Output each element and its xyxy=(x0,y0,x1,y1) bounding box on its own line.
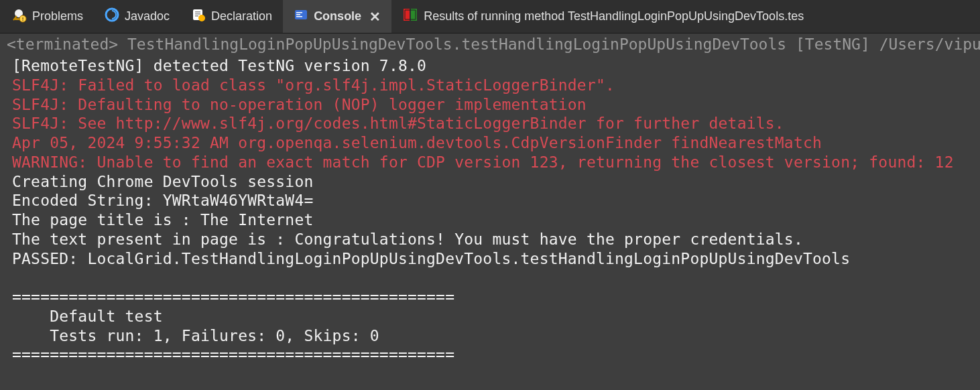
svg-rect-12 xyxy=(296,14,300,15)
tab-javadoc[interactable]: Javadoc xyxy=(94,0,180,33)
tab-problems[interactable]: ! Problems xyxy=(0,0,94,33)
console-line: SLF4J: See http://www.slf4j.org/codes.ht… xyxy=(12,115,784,132)
view-tab-bar: ! Problems Javadoc Declaration xyxy=(0,0,980,34)
console-line: Tests run: 1, Failures: 0, Skips: 0 xyxy=(12,327,379,344)
console-line: Creating Chrome DevTools session xyxy=(12,173,314,190)
junit-icon xyxy=(402,7,418,25)
problems-icon: ! xyxy=(11,7,27,26)
svg-rect-6 xyxy=(195,11,200,13)
console-line: SLF4J: Failed to load class "org.slf4j.i… xyxy=(12,76,615,94)
close-icon[interactable]: ✕ xyxy=(369,9,381,25)
svg-point-9 xyxy=(198,15,205,21)
console-line: Apr 05, 2024 9:55:32 AM org.openqa.selen… xyxy=(12,134,822,151)
tab-results[interactable]: Results of running method TestHandlingLo… xyxy=(391,0,980,33)
tab-declaration[interactable]: Declaration xyxy=(180,0,283,33)
svg-rect-15 xyxy=(411,9,417,21)
tab-javadoc-label: Javadoc xyxy=(125,9,170,23)
console-output[interactable]: [RemoteTestNG] detected TestNG version 7… xyxy=(0,55,980,365)
svg-text:!: ! xyxy=(22,16,24,22)
console-line: Encoded String: YWRtaW46YWRtaW4= xyxy=(12,192,314,209)
svg-rect-13 xyxy=(296,16,302,17)
tab-problems-label: Problems xyxy=(32,9,83,23)
console-line: The text present in page is : Congratula… xyxy=(12,231,803,248)
console-launch-status: <terminated> TestHandlingLoginPopUpUsing… xyxy=(0,34,980,55)
console-line: PASSED: LocalGrid.TestHandlingLoginPopUp… xyxy=(12,250,850,267)
console-line: SLF4J: Defaulting to no-operation (NOP) … xyxy=(12,96,587,113)
console-line: Default test xyxy=(12,308,163,325)
svg-rect-8 xyxy=(195,15,198,17)
svg-rect-14 xyxy=(404,9,410,21)
svg-rect-11 xyxy=(296,12,302,13)
tab-results-label: Results of running method TestHandlingLo… xyxy=(424,9,804,23)
console-line: [RemoteTestNG] detected TestNG version 7… xyxy=(12,57,426,74)
declaration-icon xyxy=(191,7,206,25)
console-line: The page title is : The Internet xyxy=(12,211,314,229)
console-line: WARNING: Unable to find an exact match f… xyxy=(12,153,954,171)
tab-declaration-label: Declaration xyxy=(211,9,272,23)
console-line: ========================================… xyxy=(12,288,454,306)
tab-console-label: Console xyxy=(314,9,361,23)
console-icon xyxy=(294,7,308,25)
svg-rect-7 xyxy=(195,13,200,15)
console-line: ========================================… xyxy=(12,346,454,363)
tab-console[interactable]: Console ✕ xyxy=(283,0,391,33)
javadoc-icon xyxy=(105,7,119,25)
